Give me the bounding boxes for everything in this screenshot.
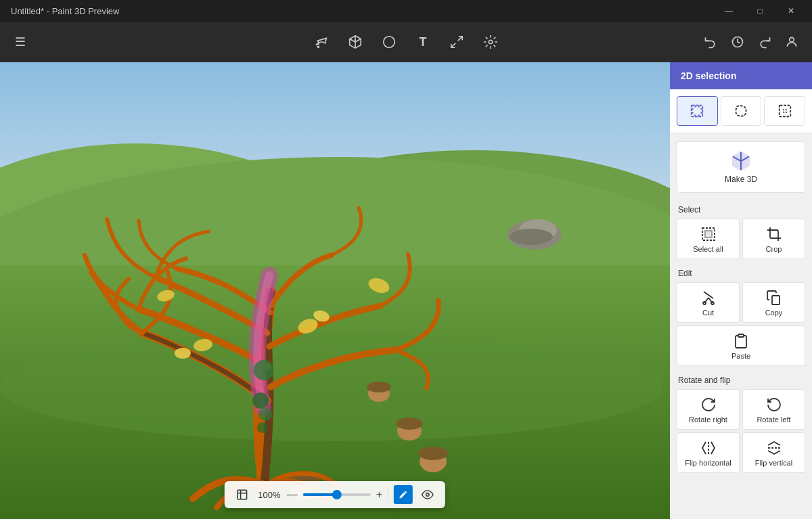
toolbar-divider [388, 488, 388, 501]
svg-line-42 [708, 298, 713, 303]
rotate-left-button[interactable]: Rotate left [742, 389, 805, 430]
2d-shapes-tool[interactable] [373, 26, 405, 58]
svg-point-4 [489, 40, 493, 44]
main-toolbar: ☰ T [0, 22, 812, 62]
fit-screen-button[interactable] [233, 485, 252, 504]
svg-line-44 [704, 292, 713, 298]
rotate-right-label: Rotate right [689, 415, 727, 424]
minimize-button[interactable]: — [713, 0, 744, 22]
rectangle-select-button[interactable] [677, 96, 718, 126]
zoom-toolbar: 100% — + [225, 481, 445, 508]
paste-button[interactable]: Paste [677, 325, 805, 366]
zoom-level: 100% [257, 490, 281, 500]
svg-rect-37 [779, 106, 790, 117]
rotate-right-button[interactable]: Rotate right [677, 389, 740, 430]
svg-line-43 [704, 298, 708, 303]
svg-point-17 [367, 382, 391, 392]
zoom-minus-icon[interactable]: — [287, 489, 298, 501]
svg-line-2 [458, 37, 462, 41]
eye-button[interactable] [418, 485, 437, 504]
magic-select-button[interactable] [764, 96, 805, 126]
flip-vertical-button[interactable]: Flip vertical [742, 432, 805, 473]
svg-point-24 [254, 360, 274, 380]
selection-type-buttons [670, 89, 812, 133]
copy-label: Copy [765, 309, 783, 317]
select-buttons: Select all Crop [670, 217, 812, 265]
svg-rect-34 [238, 490, 247, 499]
rotate-flip-section-label: Rotate and flip [670, 371, 812, 388]
history-button[interactable] [725, 30, 750, 54]
svg-point-12 [0, 333, 663, 441]
svg-point-0 [317, 46, 320, 49]
scene-svg [0, 62, 670, 519]
canvas-area[interactable]: 100% — + [0, 62, 670, 519]
svg-rect-45 [772, 296, 780, 304]
text-tool[interactable]: T [407, 26, 439, 58]
cut-button[interactable]: Cut [677, 282, 740, 323]
zoom-plus-icon[interactable]: + [376, 489, 382, 501]
redo-button[interactable] [752, 30, 777, 54]
3d-shapes-tool[interactable] [339, 26, 371, 58]
undo-button[interactable] [698, 30, 723, 54]
panel-header: 2D selection [670, 62, 812, 89]
svg-point-35 [426, 493, 430, 497]
make-3d-label: Make 3D [725, 175, 757, 184]
svg-rect-36 [692, 106, 703, 117]
cut-label: Cut [702, 309, 714, 317]
svg-point-27 [257, 422, 268, 433]
flip-vertical-label: Flip vertical [755, 459, 793, 467]
titlebar: Untitled* - Paint 3D Preview — □ ✕ [0, 0, 812, 22]
main-content: 100% — + [0, 62, 812, 519]
svg-point-25 [252, 392, 269, 409]
svg-point-6 [790, 37, 794, 42]
svg-point-26 [258, 407, 272, 421]
canvas-background: 100% — + [0, 62, 670, 519]
edit-buttons: Cut Copy Paste [670, 281, 812, 371]
select-section-label: Select [670, 201, 812, 217]
paint-mode-button[interactable] [394, 485, 413, 504]
tool-buttons: T [305, 26, 507, 58]
svg-point-19 [396, 418, 423, 430]
right-panel: 2D selection [670, 62, 812, 519]
effects-tool[interactable] [474, 26, 507, 58]
brushes-tool[interactable] [305, 26, 338, 58]
profile-button[interactable] [780, 30, 804, 54]
flip-horizontal-label: Flip horizontal [685, 459, 731, 467]
close-button[interactable]: ✕ [775, 0, 807, 22]
rotate-flip-buttons: Rotate right Rotate left Flip horizontal [670, 388, 812, 478]
select-all-label: Select all [693, 245, 723, 253]
canvas-tool[interactable] [441, 26, 473, 58]
svg-line-3 [451, 43, 455, 47]
toolbar-right-actions [698, 30, 804, 54]
copy-button[interactable]: Copy [742, 282, 805, 323]
svg-rect-46 [738, 334, 744, 337]
paste-label: Paste [731, 352, 750, 360]
svg-point-21 [418, 447, 448, 460]
menu-button[interactable]: ☰ [8, 30, 32, 54]
zoom-slider-thumb[interactable] [332, 490, 342, 499]
crop-button[interactable]: Crop [742, 219, 805, 259]
zoom-slider[interactable] [303, 493, 371, 496]
rotate-left-label: Rotate left [757, 415, 790, 424]
svg-point-1 [384, 37, 395, 48]
svg-point-31 [175, 348, 191, 359]
make-3d-button[interactable]: Make 3D [677, 141, 805, 193]
freeform-select-button[interactable] [721, 96, 762, 126]
app-title: Untitled* - Paint 3D Preview [5, 6, 119, 16]
maximize-button[interactable]: □ [744, 0, 775, 22]
svg-rect-39 [705, 231, 712, 238]
edit-section-label: Edit [670, 265, 812, 281]
flip-horizontal-button[interactable]: Flip horizontal [677, 432, 740, 473]
crop-label: Crop [766, 245, 782, 253]
select-all-button[interactable]: Select all [677, 219, 740, 259]
window-controls: — □ ✕ [713, 0, 807, 22]
svg-point-15 [510, 229, 553, 245]
